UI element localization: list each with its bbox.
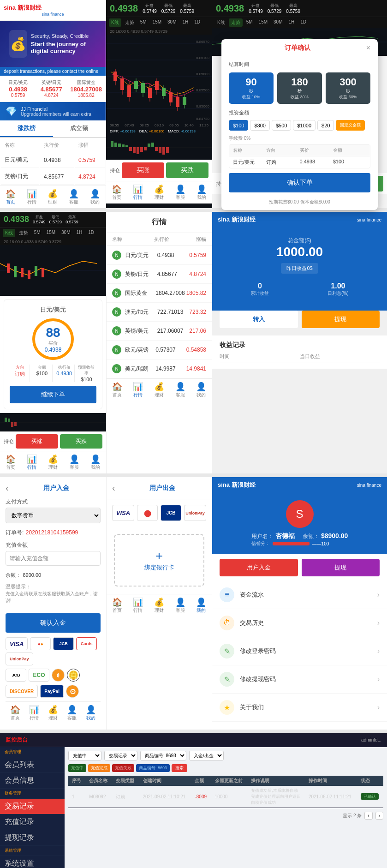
admin-menu-member-list[interactable]: 会员列表 <box>0 757 65 773</box>
ctab-15m-r[interactable]: 15M <box>256 18 270 27</box>
nav2-service[interactable]: 👤客服 <box>64 454 85 471</box>
market-row-0[interactable]: N 日元/美元 0.4938 0.5759 <box>107 246 212 265</box>
wd-nav-home[interactable]: 🏠首页 <box>107 597 128 614</box>
buy-btn-2[interactable]: 买涨 <box>16 434 58 449</box>
nav-mine[interactable]: 👤 我的 <box>84 189 106 205</box>
inv-500[interactable]: $500 <box>272 120 291 131</box>
page-prev-button[interactable]: ‹ <box>364 812 372 820</box>
inv-custom[interactable]: 固定义金额 <box>336 120 365 131</box>
menu-trade-history[interactable]: ⏱ 交易历史 › <box>212 609 387 637</box>
dep-nav-home[interactable]: 🏠首页 <box>6 705 24 721</box>
ctab-kline[interactable]: K线 <box>109 18 121 27</box>
nav2-mine[interactable]: 👤我的 <box>85 454 106 471</box>
ctab-5m-r[interactable]: 5M <box>244 18 255 27</box>
wd-nav-service[interactable]: 👤客服 <box>170 597 191 614</box>
menu-about-us[interactable]: ★ 关于我们 › <box>212 694 387 722</box>
dep-nav-service[interactable]: 👤客服 <box>63 705 82 721</box>
admin-menu-withdraw-records[interactable]: 提现记录 <box>0 830 65 846</box>
ctab-1d-r[interactable]: 1D <box>298 18 309 27</box>
ctab-1h[interactable]: 1H <box>180 18 191 27</box>
admin-menu-trade-records[interactable]: 交易记录 <box>0 799 65 814</box>
market-row-5[interactable]: N 欧元/英镑 0.57307 0.54858 <box>107 341 212 359</box>
filter-select-3[interactable]: 商品编号: 8693 <box>140 751 186 760</box>
ctab-trend-r[interactable]: 走势 <box>229 18 243 27</box>
time-opt-180[interactable]: 180 秒 收益 30% <box>277 72 322 104</box>
market-row-3[interactable]: N 澳元/加元 722.71013 723.32 <box>107 303 212 322</box>
wd-nav-market[interactable]: 📊行情 <box>128 597 149 614</box>
dep-nav-market[interactable]: 📊行情 <box>24 705 43 721</box>
table-row[interactable]: 日元/美元 0.4938 0.5759 <box>1 152 105 168</box>
deposit-back-button[interactable]: ‹ <box>6 483 9 493</box>
ctab-30m[interactable]: 30M <box>165 18 179 27</box>
tab-rise[interactable]: 涨跌榜 <box>0 120 53 137</box>
nav2-finance[interactable]: 💰理财 <box>42 454 64 471</box>
inv-100[interactable]: $100 <box>229 120 248 131</box>
nav3-finance[interactable]: 💰理财 <box>149 382 170 398</box>
nav-mine-2[interactable]: 👤我的 <box>191 184 212 201</box>
nav-home-2[interactable]: 🏠首页 <box>106 184 127 201</box>
menu-change-withdraw-pw[interactable]: ✎ 修改提现密码 › <box>212 665 387 694</box>
sell-button[interactable]: 买跌 <box>166 162 208 178</box>
modal-close-button[interactable]: × <box>366 44 370 52</box>
search-button[interactable]: 搜索 <box>172 764 187 772</box>
ctab-1d[interactable]: 1D <box>192 18 202 27</box>
wd-nav-mine[interactable]: 👤我的 <box>191 597 212 614</box>
market-row-4[interactable]: N 英镑/美元 217.06007 217.06 <box>107 322 212 341</box>
time-opt-300[interactable]: 300 秒 收益 60% <box>326 72 370 104</box>
deposit-confirm-button[interactable]: 确认入金 <box>6 613 101 633</box>
nav-home[interactable]: 🏠 首页 <box>0 189 21 205</box>
withdrawal-back-button[interactable]: ‹ <box>112 483 115 493</box>
deposit-amount-input[interactable] <box>6 551 101 566</box>
ctab-30m-r[interactable]: 30M <box>271 18 285 27</box>
inv-1000[interactable]: $1000 <box>293 120 316 131</box>
page-next-button[interactable]: › <box>375 812 383 820</box>
buy-button[interactable]: 买涨 <box>122 162 164 178</box>
filter-select-4[interactable]: 入金/出金 <box>189 751 224 760</box>
nav3-home[interactable]: 🏠首页 <box>107 382 128 398</box>
sell-btn-2[interactable]: 买跌 <box>60 434 102 449</box>
nav3-mine[interactable]: 👤我的 <box>191 382 212 398</box>
dep-nav-mine[interactable]: 👤我的 <box>82 705 101 721</box>
table-row[interactable]: 英镑/日元 4.85677 4.8724 <box>1 169 105 185</box>
nav-service-2[interactable]: 👤客服 <box>170 184 191 201</box>
market-row-6[interactable]: N 美元/瑞朗 14.9987 14.9841 <box>107 359 212 378</box>
payment-method-select[interactable]: 数字货币 <box>6 508 101 523</box>
profile-deposit-button[interactable]: 用户入金 <box>220 559 298 576</box>
profile-withdraw-button[interactable]: 提现 <box>302 559 380 576</box>
menu-cashflow[interactable]: ≡ 资金流水 › <box>212 581 387 609</box>
nav2-home[interactable]: 🏠首页 <box>0 454 21 471</box>
dep-nav-finance[interactable]: 💰理财 <box>43 705 62 721</box>
inv-300[interactable]: $300 <box>250 120 269 131</box>
nav-market-2[interactable]: 📊行情 <box>127 184 149 201</box>
nav-finance[interactable]: 💰 理财 <box>42 189 64 205</box>
nav-service[interactable]: 👤 客服 <box>63 189 84 205</box>
admin-menu-deposit-records[interactable]: 充值记录 <box>0 814 65 830</box>
nav-market[interactable]: 📊 行情 <box>21 189 42 205</box>
admin-table-row[interactable]: 1 M08092 订购 2021-09-02 11:10:21 -8009 10… <box>68 786 383 808</box>
confirm-order-button[interactable]: 确认下单 <box>229 173 370 192</box>
nav3-market[interactable]: 📊行情 <box>128 382 149 398</box>
transfer-button[interactable]: 转入 <box>220 311 298 328</box>
menu-change-login-pw[interactable]: ✎ 修改登录密码 › <box>212 637 387 665</box>
admin-menu-settings[interactable]: 系统设置 <box>0 856 65 868</box>
nav2-market[interactable]: 📊行情 <box>21 454 42 471</box>
nav3-service[interactable]: 👤客服 <box>170 382 191 398</box>
time-opt-90[interactable]: 90 秒 收益 10% <box>229 72 274 104</box>
market-row-1[interactable]: N 英镑/日元 4.85677 4.8724 <box>107 265 212 284</box>
wd-nav-finance[interactable]: 💰理财 <box>149 597 170 614</box>
ctab-1h-r[interactable]: 1H <box>286 18 297 27</box>
tab-volume[interactable]: 成交额 <box>53 120 106 137</box>
add-card-button[interactable]: + 绑定银行卡 <box>114 534 204 587</box>
ctab-15m[interactable]: 15M <box>150 18 164 27</box>
nav-finance-2[interactable]: 💰理财 <box>149 184 170 201</box>
continue-button[interactable]: 继续下单 <box>10 386 96 403</box>
inv-20[interactable]: $20 <box>317 120 334 131</box>
ctab-trend[interactable]: 走势 <box>123 18 137 27</box>
promo-banner[interactable]: 💎 JJ Financial Upgraded members will ear… <box>0 102 106 120</box>
market-row-2[interactable]: N 国际黄金 1804.27008 1805.82 <box>107 284 212 303</box>
filter-select-2[interactable]: 交易记录 <box>104 751 137 760</box>
ctab-kline-r[interactable]: K线 <box>215 18 227 27</box>
ctab-5m[interactable]: 5M <box>138 18 149 27</box>
filter-select-1[interactable]: 充值中 充值完成 <box>68 751 101 760</box>
withdraw-account-button[interactable]: 提现 <box>302 311 380 328</box>
